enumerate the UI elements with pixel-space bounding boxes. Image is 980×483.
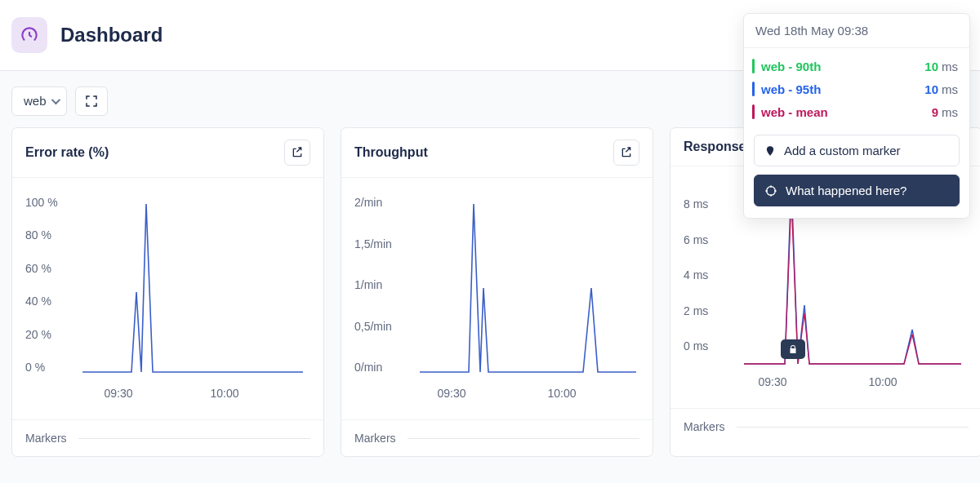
- chart[interactable]: 100 % 80 % 60 % 40 % 20 % 0 % 09:30 10:0…: [12, 178, 323, 419]
- series-value: 10: [924, 60, 938, 73]
- series-color-swatch: [752, 104, 755, 119]
- markers-label: Markers: [25, 432, 67, 445]
- export-icon: [291, 146, 304, 159]
- tooltip-row: web - 95th 10 ms: [752, 78, 958, 100]
- panel-throughput: Throughput 2/min 1,5/min 1/min 0,5/min 0…: [341, 127, 653, 457]
- series-color-swatch: [752, 59, 755, 73]
- page-title: Dashboard: [60, 24, 163, 47]
- fullscreen-icon: [84, 94, 99, 109]
- fullscreen-button[interactable]: [75, 86, 108, 116]
- series-name: web - 90th: [761, 60, 821, 73]
- chevron-down-icon: [51, 95, 60, 104]
- markers-line: [78, 438, 310, 439]
- markers-row: Markers: [12, 419, 323, 456]
- tooltip-series-list: web - 90th 10 ms web - 95th 10 ms web - …: [744, 48, 969, 130]
- markers-line: [408, 438, 639, 439]
- lock-icon: [788, 344, 798, 354]
- markers-row: Markers: [670, 408, 980, 445]
- series-value: 9: [932, 105, 938, 119]
- add-custom-marker-label: Add a custom marker: [784, 144, 901, 157]
- tooltip-timestamp: Wed 18th May 09:38: [744, 14, 969, 48]
- svg-point-0: [767, 186, 776, 195]
- panel-error-rate: Error rate (%) 100 % 80 % 60 % 40 % 20 %…: [11, 127, 324, 457]
- panel-title: Error rate (%): [25, 145, 109, 160]
- tooltip-row: web - mean 9 ms: [752, 100, 958, 123]
- chart-tooltip: Wed 18th May 09:38 web - 90th 10 ms web …: [743, 13, 970, 219]
- lock-badge[interactable]: [781, 339, 805, 359]
- markers-line: [737, 427, 969, 428]
- export-icon: [620, 146, 633, 159]
- chart-svg: [25, 194, 311, 382]
- series-value: 10: [924, 82, 938, 96]
- map-pin-icon: [764, 145, 776, 157]
- tooltip-row: web - 90th 10 ms: [752, 55, 958, 78]
- series-name: web - 95th: [761, 82, 821, 96]
- chart[interactable]: 2/min 1,5/min 1/min 0,5/min 0/min 09:30 …: [341, 178, 653, 419]
- what-happened-button[interactable]: What happened here?: [754, 175, 960, 206]
- add-custom-marker-button[interactable]: Add a custom marker: [754, 135, 960, 166]
- crosshair-icon: [764, 184, 777, 197]
- panel-title: Throughput: [354, 145, 428, 160]
- series-unit: ms: [942, 82, 958, 96]
- panel-action-button[interactable]: [284, 140, 310, 166]
- panel-action-button[interactable]: [613, 140, 639, 166]
- series-unit: ms: [942, 60, 958, 73]
- dashboard-icon: [11, 17, 47, 53]
- series-name: web - mean: [761, 105, 828, 119]
- series-unit: ms: [942, 105, 958, 119]
- markers-label: Markers: [354, 432, 396, 445]
- series-color-swatch: [752, 82, 755, 96]
- chart-svg: [354, 194, 640, 382]
- markers-row: Markers: [341, 419, 653, 456]
- what-happened-label: What happened here?: [786, 184, 906, 197]
- namespace-selector-label: web: [24, 94, 47, 108]
- markers-label: Markers: [684, 420, 725, 433]
- namespace-selector[interactable]: web: [11, 86, 67, 116]
